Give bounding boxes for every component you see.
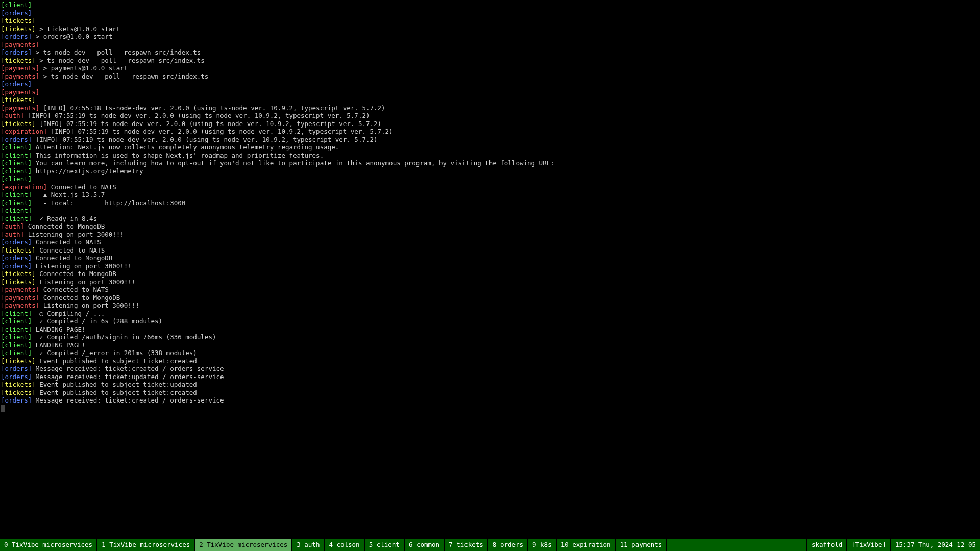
service-tag-orders: [orders] — [1, 396, 32, 404]
service-tag-expiration: [expiration] — [1, 128, 47, 135]
service-tag-tickets: [tickets] — [1, 25, 36, 33]
log-message: > ts-node-dev --poll --respawn src/index… — [39, 72, 208, 80]
log-line: [tickets] > ts-node-dev --poll --respawn… — [1, 57, 979, 65]
log-line: [client] - Local: http://localhost:3000 — [1, 199, 979, 207]
log-message: - Local: http://localhost:3000 — [32, 199, 185, 207]
tmux-window-4[interactable]: 4 colson — [325, 539, 364, 551]
log-message: LANDING PAGE! — [32, 341, 85, 349]
service-tag-orders: [orders] — [1, 254, 32, 262]
log-message: You can learn more, including how to opt… — [32, 159, 554, 167]
service-tag-tickets: [tickets] — [1, 120, 36, 128]
log-message: https://nextjs.org/telemetry — [32, 167, 143, 175]
service-tag-tickets: [tickets] — [1, 357, 36, 365]
log-line: [orders] Message received: ticket:update… — [1, 373, 979, 381]
log-line: [client] ✓ Ready in 8.4s — [1, 215, 979, 223]
log-message: Connected to MongoDB — [36, 270, 116, 278]
log-line: [client] https://nextjs.org/telemetry — [1, 167, 979, 176]
log-message: Listening on port 3000!!! — [24, 231, 124, 238]
log-line: [orders] Listening on port 3000!!! — [1, 262, 979, 270]
cursor-line — [1, 405, 979, 413]
pane-title: skaffold — [806, 539, 846, 551]
service-tag-payments: [payments] — [1, 294, 39, 302]
service-tag-payments: [payments] — [1, 286, 39, 293]
log-message: [INFO] 07:55:19 ts-node-dev ver. 2.0.0 (… — [47, 128, 393, 135]
tmux-window-3[interactable]: 3 auth — [292, 539, 325, 551]
log-line: [tickets] — [1, 17, 979, 25]
log-message: [INFO] 07:55:19 ts-node-dev ver. 2.0.0 (… — [36, 120, 381, 128]
log-line: [client] ✓ Compiled /auth/signin in 766m… — [1, 333, 979, 341]
log-message: Listening on port 3000!!! — [39, 302, 139, 309]
tmux-window-6[interactable]: 6 common — [405, 539, 445, 551]
log-message: ✓ Compiled /_error in 201ms (338 modules… — [32, 349, 197, 357]
tmux-window-11[interactable]: 11 payments — [616, 539, 668, 551]
log-line: [orders] > orders@1.0.0 start — [1, 33, 979, 41]
tmux-window-2[interactable]: 2 TixVibe-microservices — [195, 539, 292, 551]
log-line: [orders] Message received: ticket:create… — [1, 365, 979, 373]
log-line: [orders] > ts-node-dev --poll --respawn … — [1, 48, 979, 57]
log-message: > tickets@1.0.0 start — [36, 25, 120, 33]
log-message: Connected to NATS — [36, 246, 105, 254]
log-message: Event published to subject ticket:create… — [36, 357, 197, 365]
log-message — [32, 175, 36, 183]
service-tag-client: [client] — [1, 325, 32, 333]
log-line: [auth] Connected to MongoDB — [1, 222, 979, 231]
tmux-window-7[interactable]: 7 tickets — [445, 539, 488, 551]
log-line: [payments] > ts-node-dev --poll --respaw… — [1, 72, 979, 81]
log-line: [expiration] Connected to NATS — [1, 183, 979, 191]
tmux-window-list: 0 TixVibe-microservices1 TixVibe-microse… — [0, 539, 667, 551]
log-message: Connected to NATS — [32, 238, 101, 246]
log-line: [tickets] Connected to MongoDB — [1, 270, 979, 278]
log-line: [client] LANDING PAGE! — [1, 325, 979, 334]
service-tag-client: [client] — [1, 143, 32, 151]
log-line: [auth] [INFO] 07:55:19 ts-node-dev ver. … — [1, 112, 979, 120]
log-message — [36, 96, 40, 104]
tmux-window-1[interactable]: 1 TixVibe-microservices — [97, 539, 195, 551]
log-message: [INFO] 07:55:19 ts-node-dev ver. 2.0.0 (… — [32, 136, 377, 143]
log-message: Message received: ticket:created / order… — [32, 365, 224, 372]
log-message: > ts-node-dev --poll --respawn src/index… — [36, 57, 205, 64]
log-line: [payments] Connected to MongoDB — [1, 294, 979, 302]
tmux-window-9[interactable]: 9 k8s — [528, 539, 557, 551]
log-line: [orders] — [1, 80, 979, 88]
log-line: [client] Attention: Next.js now collects… — [1, 143, 979, 152]
service-tag-client: [client] — [1, 207, 32, 214]
tmux-window-8[interactable]: 8 orders — [488, 539, 528, 551]
log-message — [32, 9, 36, 17]
service-tag-client: [client] — [1, 333, 32, 341]
log-message: ○ Compiling / ... — [32, 310, 105, 317]
service-tag-client: [client] — [1, 152, 32, 159]
log-line: [tickets] > tickets@1.0.0 start — [1, 25, 979, 33]
log-line: [client] You can learn more, including h… — [1, 159, 979, 167]
service-tag-payments: [payments] — [1, 302, 39, 309]
log-message: > orders@1.0.0 start — [32, 33, 112, 40]
service-tag-client: [client] — [1, 310, 32, 317]
log-message: > payments@1.0.0 start — [39, 64, 128, 72]
log-line: [client] — [1, 175, 979, 183]
tmux-window-0[interactable]: 0 TixVibe-microservices — [0, 539, 97, 551]
terminal-output[interactable]: [client] [orders] [tickets] [tickets] > … — [0, 0, 980, 539]
service-tag-tickets: [tickets] — [1, 57, 36, 64]
log-line: [orders] Message received: ticket:create… — [1, 396, 979, 405]
session-name: [TixVibe] — [846, 539, 890, 551]
log-line: [orders] — [1, 9, 979, 17]
log-line: [tickets] Event published to subject tic… — [1, 389, 979, 397]
service-tag-expiration: [expiration] — [1, 183, 47, 191]
tmux-window-5[interactable]: 5 client — [365, 539, 405, 551]
log-message — [32, 1, 36, 9]
log-message: ✓ Ready in 8.4s — [32, 215, 97, 222]
log-line: [tickets] Connected to NATS — [1, 246, 979, 255]
service-tag-payments: [payments] — [1, 88, 39, 96]
log-line: [tickets] Listening on port 3000!!! — [1, 278, 979, 286]
service-tag-auth: [auth] — [1, 222, 24, 230]
log-line: [payments] Connected to NATS — [1, 286, 979, 294]
service-tag-client: [client] — [1, 199, 32, 207]
log-line: [client] ○ Compiling / ... — [1, 310, 979, 318]
service-tag-orders: [orders] — [1, 238, 32, 246]
log-line: [orders] [INFO] 07:55:19 ts-node-dev ver… — [1, 136, 979, 144]
service-tag-client: [client] — [1, 1, 32, 9]
service-tag-tickets: [tickets] — [1, 278, 36, 286]
tmux-window-10[interactable]: 10 expiration — [557, 539, 616, 551]
log-message: Event published to subject ticket:create… — [36, 389, 197, 396]
log-line: [client] This information is used to sha… — [1, 152, 979, 160]
log-line: [client] ▲ Next.js 13.5.7 — [1, 191, 979, 199]
